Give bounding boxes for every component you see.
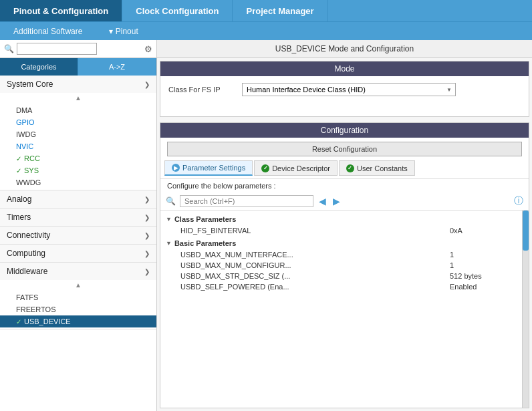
chevron-down-icon: ❯ [144,268,150,275]
class-select[interactable]: Human Interface Device Class (HID) [242,83,456,96]
category-analog: Analog ❯ [0,190,156,209]
sidebar: 🔍 ⚙ Categories A->Z System Core ❯ ▲ DMA [0,40,157,411]
mode-content: Class For FS IP Human Interface Device C… [160,76,529,116]
list-item[interactable]: FREERTOS [0,303,156,315]
sub-tab-user-constants[interactable]: ✓ User Constants [339,160,415,176]
param-settings-icon: ▶ [172,164,180,172]
list-item[interactable]: ✓SYS [0,164,156,176]
param-row: HID_FS_BINTERVAL 0xA [160,225,522,236]
category-middleware: Middleware ❯ ▲ FATFS FREERTOS ✓ USB_DEVI… [0,263,156,329]
class-select-wrapper: Human Interface Device Class (HID) [242,83,456,96]
category-computing: Computing ❯ [0,245,156,263]
param-row: USBD_MAX_STR_DESC_SIZ (... 512 bytes [160,271,522,281]
info-button[interactable]: ⓘ [514,195,523,207]
scroll-up-arrow-middleware[interactable]: ▲ [0,280,156,290]
search-icon: 🔍 [4,44,14,53]
tab-pinout[interactable]: ▾ Pinout [96,22,151,40]
category-header-middleware[interactable]: Middleware ❯ [0,263,156,280]
chevron-right-icon: ❯ [144,232,150,239]
class-label: Class For FS IP [168,86,235,94]
collapse-icon: ▼ [166,240,172,247]
category-system-core: System Core ❯ ▲ DMA GPIO IWDG NVIC ✓RCC … [0,76,156,190]
list-item-usb-device[interactable]: ✓ USB_DEVICE [0,315,156,327]
collapse-icon: ▼ [166,216,172,223]
tab-additional-software[interactable]: Additional Software [0,22,96,40]
config-section: Configuration Reset Configuration ▶ Para… [160,122,529,408]
gear-icon[interactable]: ⚙ [144,44,152,54]
second-tab-bar: Additional Software ▾ Pinout [0,21,532,40]
list-item[interactable]: DMA [0,104,156,116]
search-prev-button[interactable]: ◀ [317,196,327,207]
category-header-analog[interactable]: Analog ❯ [0,190,156,208]
chevron-down-icon: ❯ [144,81,150,88]
list-item[interactable]: NVIC [0,140,156,152]
sidebar-tab-categories[interactable]: Categories [0,58,78,76]
mode-row: Class For FS IP Human Interface Device C… [168,83,521,96]
param-group-header-class[interactable]: ▼ Class Parameters [160,213,522,225]
param-row: USBD_MAX_NUM_INTERFACE... 1 [160,249,522,260]
middleware-items: FATFS FREERTOS ✓ USB_DEVICE [0,290,156,329]
list-item[interactable]: ✓RCC [0,152,156,164]
category-header-system-core[interactable]: System Core ❯ [0,76,156,93]
user-const-icon: ✓ [346,164,354,172]
config-section-header: Configuration [160,123,529,138]
reset-configuration-button[interactable]: Reset Configuration [167,142,522,156]
category-timers: Timers ❯ [0,209,156,227]
category-header-computing[interactable]: Computing ❯ [0,245,156,262]
vertical-scrollbar[interactable] [522,211,529,408]
tab-pinout-configuration[interactable]: Pinout & Configuration [0,0,122,21]
tab-clock-configuration[interactable]: Clock Configuration [122,0,233,21]
mode-section-header: Mode [160,61,529,76]
system-core-items: DMA GPIO IWDG NVIC ✓RCC ✓SYS WWDG [0,103,156,190]
mode-section: Mode Class For FS IP Human Interface Dev… [160,61,529,117]
chevron-right-icon: ❯ [144,196,150,203]
param-group-basic: ▼ Basic Parameters USBD_MAX_NUM_INTERFAC… [160,237,522,292]
list-item[interactable]: GPIO [0,116,156,128]
content-area: USB_DEVICE Mode and Configuration Mode C… [157,40,532,411]
category-connectivity: Connectivity ❯ [0,227,156,245]
device-desc-icon: ✓ [261,164,269,172]
search-input[interactable] [17,43,97,55]
search-params-icon: 🔍 [166,196,176,206]
params-search-input[interactable] [180,195,313,207]
category-header-connectivity[interactable]: Connectivity ❯ [0,227,156,244]
chevron-right-icon: ❯ [144,214,150,221]
scrollbar-thumb[interactable] [523,211,529,251]
params-table: ▼ Class Parameters HID_FS_BINTERVAL 0xA … [160,211,522,408]
sidebar-content: System Core ❯ ▲ DMA GPIO IWDG NVIC ✓RCC … [0,76,156,411]
search-next-button[interactable]: ▶ [331,196,342,207]
tab-project-manager[interactable]: Project Manager [233,0,327,21]
params-scroll-container: ▼ Class Parameters HID_FS_BINTERVAL 0xA … [160,211,529,408]
param-group-header-basic[interactable]: ▼ Basic Parameters [160,237,522,249]
chevron-right-icon: ❯ [144,250,150,257]
top-tab-bar: Pinout & Configuration Clock Configurati… [0,0,532,21]
sidebar-search-bar: 🔍 ⚙ [0,40,156,58]
scroll-up-arrow[interactable]: ▲ [0,93,156,103]
param-row: USBD_MAX_NUM_CONFIGUR... 1 [160,260,522,271]
content-title: USB_DEVICE Mode and Configuration [157,40,532,58]
sidebar-tab-az[interactable]: A->Z [78,58,156,76]
sub-tab-device-descriptor[interactable]: ✓ Device Descriptor [254,160,338,176]
main-layout: 🔍 ⚙ Categories A->Z System Core ❯ ▲ DMA [0,40,532,411]
sidebar-tabs: Categories A->Z [0,58,156,76]
list-item[interactable]: WWDG [0,176,156,188]
param-group-class: ▼ Class Parameters HID_FS_BINTERVAL 0xA [160,213,522,236]
configure-label: Configure the below parameters : [160,178,529,192]
sub-tabs: ▶ Parameter Settings ✓ Device Descriptor… [160,160,529,178]
category-header-timers[interactable]: Timers ❯ [0,209,156,226]
list-item[interactable]: FATFS [0,291,156,303]
list-item[interactable]: IWDG [0,128,156,140]
param-row: USBD_SELF_POWERED (Ena... Enabled [160,281,522,292]
params-search-bar: 🔍 ◀ ▶ ⓘ [160,192,529,211]
sub-tab-parameter-settings[interactable]: ▶ Parameter Settings [164,160,253,176]
